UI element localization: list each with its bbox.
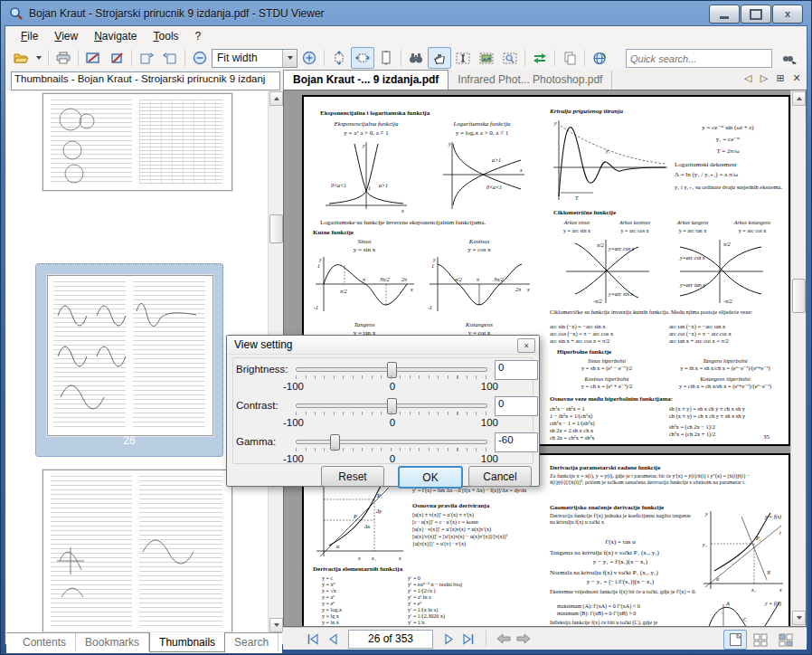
- brightness-slider[interactable]: [296, 367, 487, 372]
- page-indicator-input[interactable]: [348, 630, 433, 649]
- scrollbar-thumb[interactable]: [792, 279, 806, 313]
- formula: y = cos x: [425, 246, 533, 253]
- history-forward-button[interactable]: [514, 631, 533, 648]
- svg-text:π/2: π/2: [597, 242, 604, 248]
- tab-thumbnails[interactable]: Thumbnails: [149, 632, 225, 652]
- zoom-region-tool-button[interactable]: [498, 47, 522, 69]
- toolbar-separator: [48, 50, 49, 66]
- contrast-value-input[interactable]: 0: [495, 396, 538, 416]
- rotate-left-button[interactable]: [135, 47, 158, 69]
- zoom-level-combobox[interactable]: Fit width: [212, 49, 297, 68]
- thumbnail-selected-26[interactable]: 26: [35, 263, 223, 457]
- open-file-button[interactable]: [9, 47, 33, 69]
- formula: maksimum (A): f′(xA) = 0 f″(xA) < 0: [557, 603, 640, 610]
- menu-navigate[interactable]: Navigate: [86, 27, 145, 45]
- tab-close-icon[interactable]: ✕: [790, 72, 803, 84]
- search-next-button[interactable]: [778, 48, 801, 70]
- note: Logaritamske su funkcije inverzne ekspon…: [320, 219, 546, 226]
- previous-page-button[interactable]: [323, 631, 343, 648]
- copy-button[interactable]: [558, 47, 581, 69]
- open-file-dropdown[interactable]: [33, 47, 45, 69]
- svg-text:y: y: [704, 511, 708, 517]
- combobox-arrow[interactable]: [282, 50, 297, 67]
- tab-list-icon[interactable]: ⊞: [774, 72, 787, 84]
- print-button[interactable]: [52, 47, 75, 69]
- formula: y − y₁ = [−1/f′(x₁)](x − x₁): [566, 578, 675, 585]
- cancel-button[interactable]: Cancel: [468, 466, 532, 487]
- scroll-down-arrow[interactable]: [269, 618, 283, 632]
- minimize-button[interactable]: [709, 5, 740, 24]
- tab-scroll-left-icon[interactable]: ◁: [741, 72, 754, 84]
- online-help-button[interactable]: [588, 47, 611, 69]
- tab-contents[interactable]: Contents: [14, 633, 76, 651]
- open-folder-icon: [14, 52, 29, 64]
- thumbnail-page-27[interactable]: [42, 470, 232, 631]
- maximize-button[interactable]: [741, 5, 771, 24]
- history-back-button[interactable]: [494, 631, 514, 648]
- formula: arc cos (−x) = π − arc cos x: [550, 330, 613, 337]
- rotate-right-button[interactable]: [158, 47, 182, 69]
- dialog-title-bar[interactable]: View setting: [227, 336, 539, 355]
- next-page-button[interactable]: [439, 631, 458, 648]
- svg-text:y₁: y₁: [702, 542, 707, 547]
- title-bar[interactable]: Bojan Kraut - Strojarski prirucnik 9 izd…: [1, 1, 811, 25]
- facing-pages-layout-button[interactable]: [749, 630, 772, 650]
- export-region-image-button[interactable]: [105, 47, 128, 69]
- zoom-in-icon: [302, 51, 316, 65]
- doc-tab-active[interactable]: Bojan Kraut -... 9 izdanja.pdf: [283, 70, 448, 90]
- tab-bookmarks[interactable]: Bookmarks: [76, 633, 149, 651]
- scroll-down-arrow[interactable]: [792, 611, 806, 625]
- fit-page-button[interactable]: [374, 47, 398, 69]
- doc-tab-inactive[interactable]: Infrared Phot... Photoshop.pdf: [448, 71, 612, 90]
- brightness-value-input[interactable]: 0: [495, 360, 538, 380]
- svg-text:N: N: [766, 570, 771, 575]
- fit-page-icon: [381, 51, 392, 65]
- thumbnail-page-25[interactable]: [42, 93, 232, 191]
- view-setting-dialog[interactable]: View setting ✕ Brightness: -100 0 100 0 …: [226, 335, 540, 487]
- close-button[interactable]: x: [772, 5, 803, 24]
- first-page-button[interactable]: [303, 631, 323, 648]
- fit-width-button[interactable]: [351, 47, 374, 69]
- formula: y₁ = ce⁻ᵃᵗ: [673, 136, 783, 143]
- dialog-close-button[interactable]: ✕: [517, 338, 535, 353]
- formula: [u(x)/v(x)]′ = [u′(x)v(x) − u(x)v′(x)]/[…: [412, 534, 507, 540]
- contrast-slider[interactable]: [296, 403, 487, 408]
- svg-text:π/2: π/2: [455, 277, 462, 282]
- svg-text:α: α: [716, 576, 720, 582]
- sub-heading: Kotangens hiperbolni: [666, 375, 785, 383]
- ok-button[interactable]: OK: [398, 466, 463, 489]
- swap-pages-button[interactable]: [528, 47, 552, 69]
- reset-button[interactable]: Reset: [321, 466, 384, 487]
- zoom-in-button[interactable]: [297, 47, 321, 69]
- menu-file[interactable]: File: [13, 27, 46, 45]
- last-page-icon: [462, 633, 475, 645]
- hand-tool-button[interactable]: [428, 47, 451, 69]
- gamma-slider[interactable]: [296, 440, 487, 444]
- quick-search-input[interactable]: [626, 49, 772, 68]
- scroll-up-arrow[interactable]: [792, 91, 806, 106]
- scrollbar-thumb[interactable]: [269, 214, 283, 243]
- minimize-icon: [720, 16, 729, 19]
- find-button[interactable]: [404, 47, 428, 69]
- thumbnail-page-26[interactable]: [47, 275, 213, 436]
- single-page-layout-button[interactable]: [723, 630, 747, 650]
- menu-view[interactable]: View: [46, 27, 86, 45]
- menu-tools[interactable]: Tools: [146, 27, 187, 45]
- scroll-up-arrow[interactable]: [269, 91, 283, 106]
- image-select-tool-button[interactable]: [475, 47, 498, 69]
- menu-help[interactable]: ?: [187, 27, 210, 45]
- continuous-facing-layout-button[interactable]: [774, 630, 798, 650]
- gamma-value-input[interactable]: -60: [495, 432, 538, 452]
- text-select-tool-button[interactable]: [451, 47, 475, 69]
- svg-text:x: x: [410, 287, 413, 292]
- export-page-image-button[interactable]: [81, 47, 105, 69]
- last-page-button[interactable]: [458, 631, 478, 648]
- document-scrollbar[interactable]: [790, 90, 806, 626]
- tab-scroll-right-icon[interactable]: ▷: [758, 72, 770, 84]
- tab-search[interactable]: Search: [225, 633, 279, 651]
- formula: {u[v(x)]}′ = u′(v) · v′(x): [412, 541, 466, 547]
- fit-height-button[interactable]: [327, 47, 351, 69]
- zoom-out-button[interactable]: [188, 47, 212, 69]
- slider-ticks: [296, 412, 486, 415]
- formula: y = arc cos x: [606, 228, 664, 234]
